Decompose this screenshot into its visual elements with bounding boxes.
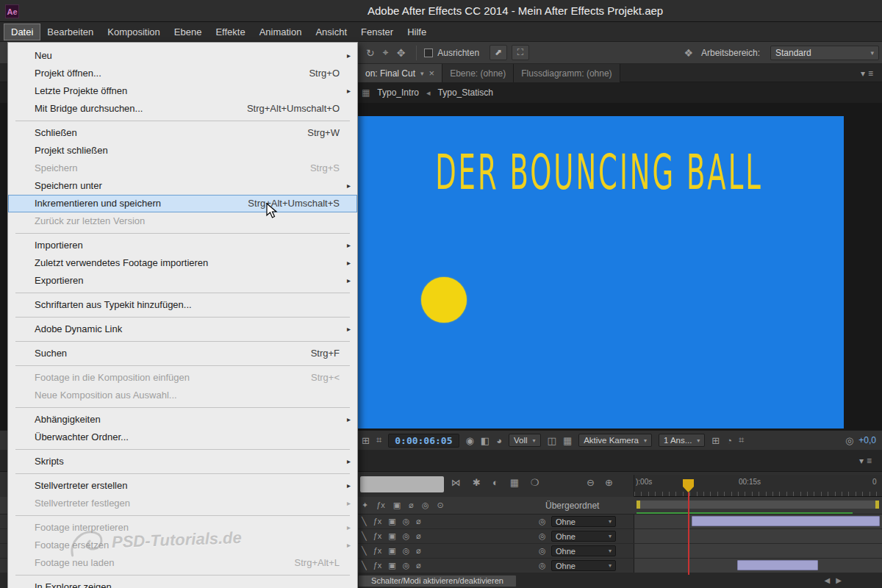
composition-canvas[interactable]: DER BOUNCING BALL	[358, 116, 844, 429]
layer-duration-bar[interactable]	[692, 516, 880, 526]
menu-item-überwachter-ordner[interactable]: Überwachter Ordner...	[8, 429, 357, 446]
switch-icon[interactable]: ◎	[403, 531, 410, 541]
current-timecode[interactable]: 0:00:06:05	[388, 434, 459, 448]
crosshair-icon[interactable]: ⌗	[376, 434, 381, 446]
snapshot-icon[interactable]: ◉	[466, 435, 474, 446]
timeline-search-field[interactable]	[360, 476, 444, 492]
parent-pickwhip-icon[interactable]: ◎	[539, 531, 546, 541]
switch-icon[interactable]: ƒx	[373, 546, 382, 556]
breadcrumb-comp-intro[interactable]: Typo_Intro	[377, 87, 419, 98]
breadcrumb-comp-statisch[interactable]: Typo_Statisch	[438, 87, 493, 98]
channels-icon[interactable]: ◕	[496, 435, 502, 446]
parent-pickwhip-icon[interactable]: ◎	[539, 561, 546, 570]
switch-icon[interactable]: ◎	[403, 546, 410, 556]
menubar-item-hilfe[interactable]: Hilfe	[401, 24, 433, 40]
switch-icon[interactable]: ▣	[388, 546, 395, 556]
motion-blur-icon[interactable]: ◐	[492, 477, 498, 488]
switch-icon[interactable]: ╲	[362, 531, 367, 541]
switch-icon[interactable]: ƒx	[373, 517, 382, 526]
layer-lane[interactable]	[634, 544, 882, 558]
roi-icon[interactable]: ◫	[548, 435, 556, 446]
snap-button[interactable]: ⬈	[490, 45, 507, 60]
menu-item-speichern-unter[interactable]: Speichern unter▸	[8, 177, 357, 195]
switch-icon[interactable]: ◎	[403, 561, 410, 570]
panel-tab-on-final-cut[interactable]: on: Final Cut▾×	[358, 64, 442, 82]
panel-tab-ebene-ohne[interactable]: Ebene: (ohne)	[442, 64, 514, 82]
zoom-out-icon[interactable]: ⊖	[587, 477, 595, 488]
workspace-icon[interactable]: ❖	[684, 47, 693, 59]
exposure-value[interactable]: +0,0	[858, 435, 876, 445]
switch-icon[interactable]: ƒx	[373, 561, 382, 570]
menu-item-abhängigkeiten[interactable]: Abhängigkeiten▸	[8, 411, 357, 429]
work-area-bar[interactable]	[637, 501, 879, 509]
layer-lane[interactable]	[634, 514, 882, 528]
close-icon[interactable]: ×	[429, 68, 435, 79]
menu-item-stellvertreter-erstellen[interactable]: Stellvertreter erstellen▸	[8, 477, 357, 495]
switch-icon[interactable]: ▣	[388, 561, 395, 570]
menu-item-schließen[interactable]: SchließenStrg+W	[8, 124, 357, 142]
menu-item-projekt-öffnen[interactable]: Projekt öffnen...Strg+O	[8, 65, 357, 82]
menu-item-zuletzt-verwendetes-footage-importieren[interactable]: Zuletzt verwendetes Footage importieren▸	[8, 254, 357, 272]
menu-item-suchen[interactable]: SuchenStrg+F	[8, 345, 357, 362]
menu-item-projekt-schließen[interactable]: Projekt schließen	[8, 142, 357, 159]
switch-icon[interactable]: ╲	[362, 517, 367, 526]
layer-duration-bar[interactable]	[737, 560, 818, 570]
transparency-grid-icon[interactable]: ▦	[563, 435, 572, 446]
parent-dropdown[interactable]: Ohne▾	[551, 560, 616, 571]
layer-lane[interactable]	[634, 559, 882, 573]
switch-icon[interactable]: ╲	[362, 546, 367, 556]
menu-item-adobe-dynamic-link[interactable]: Adobe Dynamic Link▸	[8, 320, 357, 338]
menubar-item-komposition[interactable]: Komposition	[101, 24, 167, 40]
scroll-left-icon[interactable]: ◀	[825, 576, 831, 584]
panel-tab-flussdiagramm-ohne[interactable]: Flussdiagramm: (ohne)	[514, 64, 620, 82]
align-checkbox[interactable]	[424, 49, 433, 57]
rotate-tool-icon[interactable]: ↻	[366, 47, 375, 59]
parent-dropdown[interactable]: Ohne▾	[551, 531, 616, 542]
views-dropdown[interactable]: 1 Ans... ▾	[659, 434, 705, 447]
switch-icon[interactable]: ⌀	[416, 561, 421, 570]
brainstorm-icon[interactable]: ❍	[531, 477, 539, 488]
menubar-item-effekte[interactable]: Effekte	[209, 24, 251, 40]
shy-icon[interactable]: ⋈	[451, 477, 461, 488]
switch-icon[interactable]: ▣	[388, 531, 395, 541]
menu-item-importieren[interactable]: Importieren▸	[8, 237, 357, 254]
menu-item-exportieren[interactable]: Exportieren▸	[8, 272, 357, 290]
parent-dropdown[interactable]: Ohne▾	[551, 516, 616, 527]
mask-visibility-icon[interactable]: ◔	[726, 435, 732, 446]
switch-icon[interactable]: ╲	[362, 561, 367, 570]
switch-icon[interactable]: ƒx	[373, 531, 382, 541]
parent-dropdown[interactable]: Ohne▾	[551, 545, 616, 556]
parent-pickwhip-icon[interactable]: ◎	[539, 546, 546, 556]
mini-flowchart-icon[interactable]: ▦	[362, 87, 370, 98]
resolution-dropdown[interactable]: Voll ▾	[509, 434, 541, 447]
graph-editor-icon[interactable]: ▦	[510, 477, 519, 488]
camera-tool-icon[interactable]: ⌖	[383, 46, 389, 59]
pan-behind-tool-icon[interactable]: ✥	[397, 47, 406, 59]
panel-menu[interactable]: ▾ ≡	[861, 64, 873, 82]
show-snapshot-icon[interactable]: ◧	[481, 435, 490, 446]
menubar-item-bearbeiten[interactable]: Bearbeiten	[40, 24, 100, 40]
menubar-item-animation[interactable]: Animation	[253, 24, 309, 40]
pixel-aspect-icon[interactable]: ⌗	[739, 434, 744, 446]
grid-button[interactable]: ⛶	[512, 45, 529, 60]
toggle-switches-modes-button[interactable]: Schalter/Modi aktivieren/deaktivieren	[358, 575, 517, 587]
region-icon[interactable]: ⊞	[362, 435, 370, 446]
menubar-item-datei[interactable]: Datei	[4, 24, 40, 40]
menu-item-mit-bridge-durchsuchen[interactable]: Mit Bridge durchsuchen...Strg+Alt+Umscha…	[8, 100, 357, 118]
menubar-item-fenster[interactable]: Fenster	[354, 24, 400, 40]
menubar-item-ansicht[interactable]: Ansicht	[309, 24, 354, 40]
switch-icon[interactable]: ▣	[388, 517, 395, 526]
workspace-dropdown[interactable]: Standard ▾	[770, 46, 879, 60]
switch-icon[interactable]: ◎	[403, 517, 410, 526]
switch-icon[interactable]: ⌀	[416, 546, 421, 556]
layer-lane[interactable]	[634, 529, 882, 543]
menu-item-letzte-projekte-öffnen[interactable]: Letzte Projekte öffnen▸	[8, 82, 357, 100]
menu-item-inkrementieren-und-speichern[interactable]: Inkrementieren und speichernStrg+Alt+Ums…	[8, 195, 357, 212]
frame-blend-icon[interactable]: ✱	[473, 477, 481, 488]
time-ruler[interactable]: ):00s00:15s0	[634, 475, 882, 497]
switch-icon[interactable]: ⌀	[416, 517, 421, 526]
menu-item-in-explorer-zeigen[interactable]: In Explorer zeigen	[8, 578, 357, 588]
menu-item-schriftarten-aus-typekit-hinzufügen[interactable]: Schriftarten aus Typekit hinzufügen...	[8, 296, 357, 314]
zoom-in-icon[interactable]: ⊕	[605, 477, 613, 488]
parent-pickwhip-icon[interactable]: ◎	[539, 517, 546, 526]
